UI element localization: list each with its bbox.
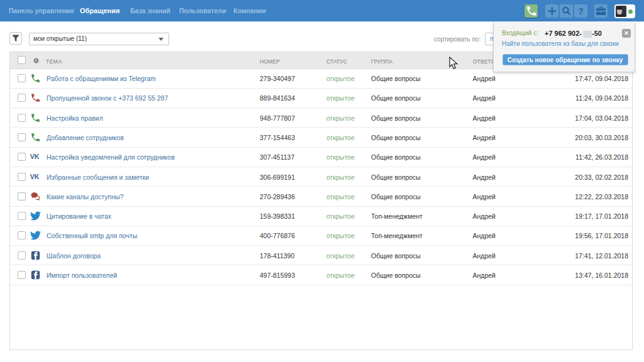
svg-text:VK: VK	[30, 153, 40, 160]
svg-text:?: ?	[578, 6, 584, 16]
svg-text:VK: VK	[30, 172, 40, 180]
